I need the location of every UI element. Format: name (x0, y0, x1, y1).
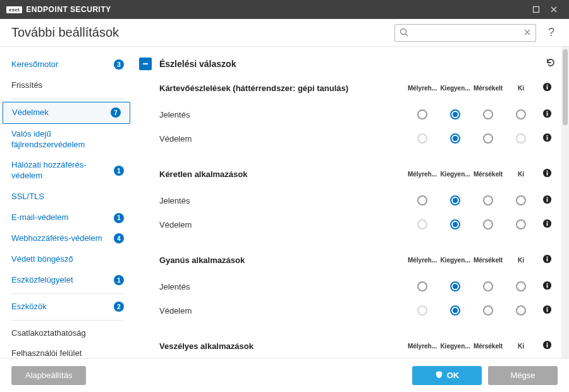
cancel-button[interactable]: Mégse (488, 366, 558, 385)
clear-search-icon[interactable] (523, 28, 532, 39)
search-icon (399, 27, 409, 40)
radio-option[interactable] (439, 305, 472, 315)
badge: 1 (114, 213, 124, 223)
sidebar-item-label: Valós idejű fájlrendszervédelem (11, 129, 124, 150)
radio-option[interactable] (472, 109, 505, 119)
radio-option[interactable] (472, 195, 505, 205)
help-button[interactable]: ? (544, 26, 559, 39)
info-icon[interactable] (537, 281, 556, 292)
column-header: Mélyreh... (406, 257, 439, 264)
column-header: Mélyreh... (406, 343, 439, 350)
radio-option[interactable] (406, 281, 439, 291)
badge: 7 (111, 107, 121, 118)
column-header: Mélyreh... (406, 85, 439, 92)
info-icon[interactable] (537, 195, 556, 206)
column-header: Kiegyen... (439, 171, 472, 178)
badge: 2 (114, 302, 124, 312)
radio-option[interactable] (472, 133, 505, 144)
radio-option[interactable] (439, 133, 472, 144)
sidebar-item-label: Frissítés (11, 80, 124, 91)
info-icon[interactable] (537, 219, 556, 230)
svg-rect-7 (546, 113, 548, 116)
info-icon[interactable] (537, 305, 556, 316)
radio-option[interactable] (505, 305, 537, 315)
defaults-button[interactable]: Alapbeállítás (11, 366, 86, 385)
info-icon[interactable] (537, 254, 556, 266)
sidebar-item-label: Felhasználói felület (11, 348, 124, 358)
radio-option[interactable] (505, 195, 537, 205)
badge: 4 (114, 233, 124, 243)
footer: Alapbeállítás OK Mégse (0, 358, 569, 392)
sidebar-item[interactable]: Eszközfelügyelet1 (0, 270, 133, 291)
svg-rect-2 (143, 63, 148, 64)
sidebar-item-label: Webhozzáférés-védelem (11, 233, 110, 244)
column-header: Ki (505, 257, 537, 264)
info-icon[interactable] (537, 168, 556, 180)
sidebar-item[interactable]: Frissítés (0, 75, 133, 96)
badge: 3 (114, 59, 124, 70)
radio-option[interactable] (505, 109, 537, 119)
badge: 1 (114, 166, 124, 176)
settings-group: Kártevőészlelések (háttérrendszer: gépi … (159, 82, 556, 150)
sidebar-item[interactable]: SSL/TLS (0, 187, 133, 207)
content-panel: Észlelési válaszok Kártevőészlelések (há… (133, 47, 561, 358)
sidebar-item[interactable]: Csatlakoztathatóság (0, 323, 133, 344)
ok-button[interactable]: OK (412, 366, 482, 385)
sidebar-item[interactable]: Felhasználói felület (0, 343, 133, 358)
radio-option[interactable] (505, 219, 537, 230)
sidebar-item[interactable]: Keresőmotor3 (0, 54, 133, 75)
info-icon[interactable] (537, 109, 556, 120)
sidebar-item[interactable]: Eszközök2 (0, 297, 133, 317)
group-title: Gyanús alkalmazások (159, 255, 406, 265)
radio-option[interactable] (406, 109, 439, 119)
sidebar-item[interactable]: Védett böngésző (0, 249, 133, 270)
info-icon[interactable] (537, 133, 556, 144)
column-header: Mérsékelt (472, 171, 505, 178)
sidebar: Keresőmotor3FrissítésVédelmek7Valós idej… (0, 47, 133, 358)
svg-rect-19 (546, 223, 548, 226)
settings-row: Jelentés (159, 188, 556, 212)
row-label: Védelem (159, 134, 406, 144)
radio-option[interactable] (406, 195, 439, 205)
sidebar-item-label: Eszközfelügyelet (11, 275, 110, 286)
page-title: További beállítások (11, 25, 387, 40)
radio-option[interactable] (439, 109, 472, 119)
column-header: Mérsékelt (472, 85, 505, 92)
column-header: Kiegyen... (439, 257, 472, 264)
collapse-section-button[interactable] (139, 58, 152, 70)
group-title: Kártevőészlelések (háttérrendszer: gépi … (159, 83, 406, 93)
sidebar-item[interactable]: Hálózati hozzáférés-védelem1 (0, 155, 133, 187)
window-maximize-button[interactable] (527, 0, 545, 19)
search-box[interactable] (395, 24, 536, 42)
radio-option[interactable] (472, 281, 505, 291)
sidebar-item[interactable]: Webhozzáférés-védelem4 (0, 228, 133, 249)
search-input[interactable] (413, 28, 519, 37)
radio-option[interactable] (439, 281, 472, 291)
svg-rect-26 (546, 283, 548, 285)
radio-option[interactable] (505, 281, 537, 291)
sidebar-item-label: Védett böngésző (11, 254, 124, 265)
info-icon[interactable] (537, 340, 556, 352)
svg-rect-31 (546, 345, 548, 348)
sidebar-item[interactable]: E-mail-védelem1 (0, 207, 133, 228)
scrollbar-thumb[interactable] (563, 49, 568, 125)
radio-option[interactable] (472, 305, 505, 315)
settings-row: Védelem (159, 212, 556, 236)
sidebar-item[interactable]: Valós idejű fájlrendszervédelem (0, 124, 133, 156)
radio-option[interactable] (472, 219, 505, 230)
info-icon[interactable] (537, 82, 556, 94)
page-header: További beállítások ? (0, 19, 569, 47)
sidebar-item[interactable]: Védelmek7 (3, 102, 130, 124)
radio-option[interactable] (439, 195, 472, 205)
undo-button[interactable] (545, 57, 556, 71)
radio-option[interactable] (439, 219, 472, 230)
sidebar-item-label: Védelmek (12, 107, 107, 118)
svg-rect-20 (546, 221, 548, 223)
settings-row: Jelentés (159, 274, 556, 298)
row-label: Jelentés (159, 282, 406, 291)
row-label: Jelentés (159, 196, 406, 205)
vertical-scrollbar[interactable] (561, 47, 569, 358)
brand-text: ENDPOINT SECURITY (26, 5, 111, 14)
column-header: Mélyreh... (406, 171, 439, 178)
window-close-button[interactable] (545, 0, 563, 19)
